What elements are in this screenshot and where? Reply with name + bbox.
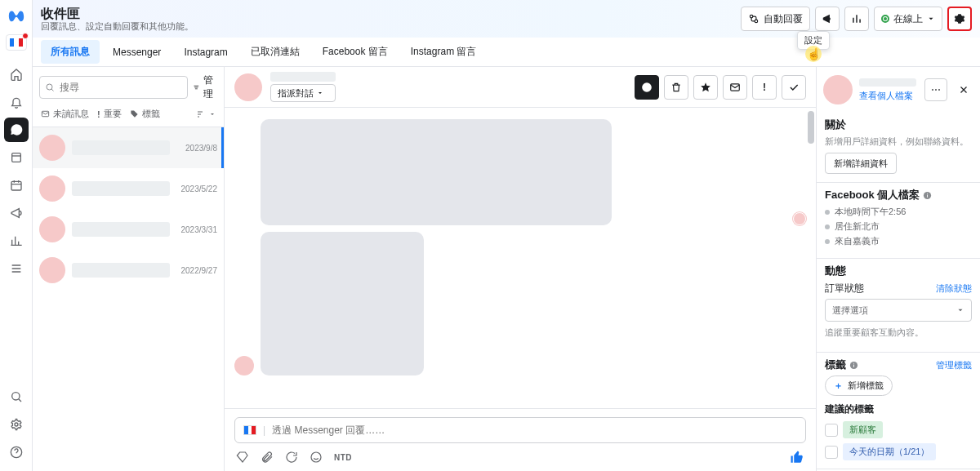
nav-search-icon[interactable] xyxy=(4,384,29,409)
filter-important[interactable]: !重要 xyxy=(97,108,122,120)
suggested-heading: 建議的標籤 xyxy=(825,402,972,416)
conversation-pane: 指派對話 ! xyxy=(225,67,817,471)
conv-date: 2023/9/8 xyxy=(185,144,217,153)
suggested-label-row[interactable]: 今天的日期（1/21） xyxy=(825,443,972,460)
hometown: 來自嘉義市 xyxy=(825,235,972,247)
nav-help-icon[interactable] xyxy=(4,440,29,464)
done-button[interactable] xyxy=(782,75,806,100)
flag-important-button[interactable]: ! xyxy=(752,75,777,100)
clip-icon[interactable] xyxy=(261,451,274,464)
announce-button[interactable] xyxy=(815,7,840,31)
settings-button[interactable] xyxy=(947,7,972,31)
svg-rect-1 xyxy=(11,181,21,190)
local-time: 本地時間下午2:56 xyxy=(825,206,972,218)
avatar xyxy=(823,75,853,104)
online-label: 在線上 xyxy=(893,12,923,26)
cursor-indicator: ☝️ xyxy=(805,46,822,62)
svg-point-5 xyxy=(750,15,753,18)
page-switcher[interactable] xyxy=(6,34,27,51)
assign-conversation-button[interactable]: 指派對話 xyxy=(270,84,336,102)
star-button[interactable] xyxy=(693,75,718,100)
clear-status-link[interactable]: 清除狀態 xyxy=(936,282,972,295)
nav-menu-icon[interactable] xyxy=(4,256,29,281)
track-desc: 追蹤重要顧客互動內容。 xyxy=(825,327,972,339)
avatar xyxy=(39,257,65,283)
message-area[interactable] xyxy=(225,108,816,408)
contact-panel: 查看個人檔案 ⋯ 關於 新增用戶詳細資料，例如聯絡資料。 新增詳細資料 Face… xyxy=(817,67,980,471)
svg-rect-19 xyxy=(853,362,854,363)
stats-button[interactable] xyxy=(844,7,869,31)
filter-labels[interactable]: 標籤 xyxy=(130,108,160,120)
reaction-avatar xyxy=(793,212,806,225)
close-panel-button[interactable] xyxy=(954,84,973,96)
svg-point-2 xyxy=(11,393,19,400)
svg-rect-15 xyxy=(927,194,928,197)
svg-point-3 xyxy=(15,423,18,426)
nav-settings-icon[interactable] xyxy=(4,412,29,437)
search-input-wrapper[interactable] xyxy=(39,76,188,99)
manage-label: 管理 xyxy=(203,73,217,101)
nav-ads-icon[interactable] xyxy=(4,201,29,225)
filter-row: 未讀訊息 !重要 標籤 xyxy=(33,104,224,127)
tab-instagram[interactable]: Instagram xyxy=(174,42,237,63)
suggested-label-row[interactable]: 新顧客 xyxy=(825,421,972,438)
tab-unlinked[interactable]: 已取消連結 xyxy=(241,40,310,64)
more-button[interactable]: ⋯ xyxy=(924,78,947,101)
tab-messenger[interactable]: Messenger xyxy=(103,42,171,63)
avatar xyxy=(39,176,65,202)
svg-point-13 xyxy=(311,452,321,462)
flag-icon xyxy=(243,425,256,435)
svg-rect-0 xyxy=(11,153,20,162)
conv-date: 2023/3/31 xyxy=(181,225,218,234)
order-status-label: 訂單狀態 xyxy=(825,282,864,295)
add-detail-button[interactable]: 新增詳細資料 xyxy=(825,153,897,174)
avatar xyxy=(234,73,262,101)
conv-date: 2022/9/27 xyxy=(181,266,218,275)
auto-reply-button[interactable]: 自動回覆 xyxy=(741,7,810,31)
tab-fb-comments[interactable]: Facebook 留言 xyxy=(313,40,398,64)
tab-ig-comments[interactable]: Instagram 留言 xyxy=(401,40,487,64)
info-button[interactable] xyxy=(635,75,659,100)
tab-all[interactable]: 所有訊息 xyxy=(41,40,100,64)
svg-point-6 xyxy=(755,20,758,23)
attach-icon[interactable] xyxy=(236,451,249,464)
filter-unread[interactable]: 未讀訊息 xyxy=(41,108,89,120)
add-label-button[interactable]: ＋新增標籤 xyxy=(825,375,893,396)
like-icon[interactable] xyxy=(790,450,804,464)
conversation-list-column: 管理 未讀訊息 !重要 標籤 2023/9/8 2023/5/22 2023/3… xyxy=(33,67,225,471)
filter-sort[interactable] xyxy=(196,109,216,119)
avatar xyxy=(234,356,254,375)
avatar xyxy=(39,216,65,242)
online-status-button[interactable]: 在線上 xyxy=(874,7,942,31)
conversation-item[interactable]: 2023/9/8 xyxy=(33,127,224,168)
conv-date: 2023/5/22 xyxy=(181,184,218,193)
compose-box[interactable]: | xyxy=(234,417,806,443)
manage-button[interactable]: 管理 xyxy=(193,73,217,101)
channel-tabs: 所有訊息 Messenger Instagram 已取消連結 Facebook … xyxy=(33,38,980,67)
delete-button[interactable] xyxy=(664,75,688,100)
currency-label[interactable]: NTD xyxy=(334,453,352,462)
page-subtitle: 回覆訊息、設定自動回覆和其他功能。 xyxy=(41,21,194,32)
nav-calendar-icon[interactable] xyxy=(4,173,29,198)
scrollbar-thumb[interactable] xyxy=(808,111,814,144)
conversation-item[interactable]: 2022/9/27 xyxy=(33,250,224,291)
compose-input[interactable] xyxy=(272,424,797,436)
nav-inbox-icon[interactable] xyxy=(4,118,29,142)
search-input[interactable] xyxy=(60,82,182,93)
conversation-item[interactable]: 2023/5/22 xyxy=(33,168,224,209)
nav-insights-icon[interactable] xyxy=(4,229,29,253)
nav-posts-icon[interactable] xyxy=(4,145,29,170)
conversation-item[interactable]: 2023/3/31 xyxy=(33,209,224,250)
mail-button[interactable] xyxy=(723,75,747,100)
nav-home-icon[interactable] xyxy=(4,62,29,87)
order-status-select[interactable]: 選擇選項 xyxy=(825,299,972,322)
emoji-icon[interactable] xyxy=(310,451,323,464)
view-profile-link[interactable]: 查看個人檔案 xyxy=(859,90,918,102)
nav-bell-icon[interactable] xyxy=(4,90,29,114)
meta-logo[interactable] xyxy=(7,7,25,24)
about-heading: 關於 xyxy=(825,118,972,132)
manage-labels-link[interactable]: 管理標籤 xyxy=(936,359,972,371)
svg-rect-16 xyxy=(927,193,928,193)
location: 居住新北市 xyxy=(825,220,972,233)
saved-reply-icon[interactable] xyxy=(285,451,298,464)
